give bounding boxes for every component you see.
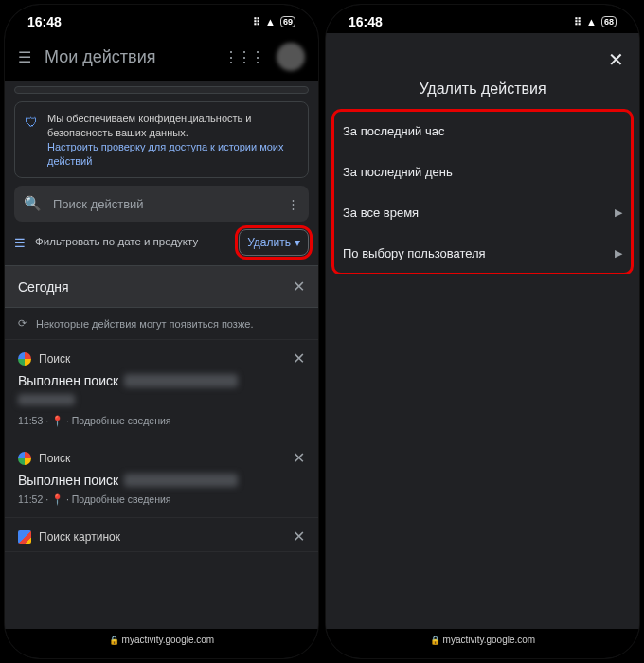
info-icon: ⟳ [18, 317, 27, 330]
activity-service: Поиск картинок [39, 530, 120, 544]
activity-time: 11:53 [18, 415, 43, 426]
page-title: Мои действия [45, 47, 210, 67]
info-text: Некоторые действия могут появиться позже… [36, 318, 253, 330]
google-icon [18, 352, 31, 366]
wifi-icon: ▲ [586, 16, 597, 27]
activity-service: Поиск [39, 452, 70, 465]
option-label: По выбору пользователя [343, 246, 486, 260]
sheet-header: ✕ [326, 33, 639, 75]
cellular-icon: ⠿ [253, 16, 260, 28]
chevron-down-icon: ▾ [295, 236, 300, 249]
privacy-card: 🛡 Мы обеспечиваем конфиденциальность и б… [14, 101, 309, 178]
url-bar: 🔒 myactivity.google.com [326, 629, 639, 658]
delete-activity-icon[interactable]: ✕ [293, 349, 305, 367]
lock-icon: 🔒 [430, 636, 440, 645]
status-bar: 16:48 ⠿ ▲ 68 [326, 5, 639, 33]
close-icon[interactable]: ✕ [608, 48, 624, 71]
activity-time: 11:52 [18, 493, 43, 505]
option-all-time[interactable]: За все время ▶ [333, 192, 632, 233]
delete-options: За последний час За последний день За вс… [333, 111, 632, 274]
wifi-icon: ▲ [265, 16, 276, 27]
option-label: За все время [343, 206, 419, 220]
collapsed-card [14, 86, 309, 94]
shield-icon: 🛡 [25, 114, 38, 168]
url-text: myactivity.google.com [122, 635, 215, 645]
delete-button[interactable]: Удалить ▾ [239, 229, 309, 256]
filter-label[interactable]: Фильтровать по дате и продукту [35, 236, 229, 249]
activity-details-link[interactable]: Подробные сведения [72, 493, 171, 505]
cellular-icon: ⠿ [574, 16, 581, 28]
status-time: 16:48 [27, 14, 62, 29]
search-placeholder: Поиск действий [53, 197, 276, 211]
option-label: За последний час [343, 124, 444, 138]
lock-icon: 🔒 [109, 636, 119, 645]
delete-activity-icon[interactable]: ✕ [293, 528, 305, 546]
battery-indicator: 68 [601, 16, 617, 27]
section-today: Сегодня ✕ [5, 265, 318, 308]
delete-activity-icon[interactable]: ✕ [293, 449, 305, 467]
content-area: 🛡 Мы обеспечиваем конфиденциальность и б… [5, 81, 318, 629]
search-icon: 🔍 [24, 195, 42, 212]
more-icon[interactable]: ⋮ [287, 197, 299, 211]
info-row: ⟳ Некоторые действия могут появиться поз… [5, 308, 318, 340]
dismiss-today-icon[interactable]: ✕ [293, 278, 305, 296]
apps-grid-icon[interactable]: ⋮⋮⋮ [224, 48, 263, 66]
empty-area [326, 274, 639, 629]
phone-left: 16:48 ⠿ ▲ 69 ☰ Мои действия ⋮⋮⋮ 🛡 Мы обе… [4, 4, 319, 659]
status-time: 16:48 [349, 14, 383, 29]
option-last-hour[interactable]: За последний час [333, 111, 632, 152]
privacy-link[interactable]: Настроить проверку для доступа к истории… [47, 141, 283, 167]
activity-details-link[interactable]: Подробные сведения [72, 415, 171, 426]
app-titlebar: ☰ Мои действия ⋮⋮⋮ [5, 33, 318, 81]
google-icon [18, 452, 31, 465]
option-label: За последний день [343, 165, 453, 179]
option-custom-range[interactable]: По выбору пользователя ▶ [333, 233, 632, 274]
chevron-right-icon: ▶ [615, 247, 622, 260]
status-icons: ⠿ ▲ 68 [574, 16, 617, 28]
search-bar[interactable]: 🔍 Поиск действий ⋮ [14, 186, 309, 222]
filter-row: ☰ Фильтровать по дате и продукту Удалить… [14, 229, 309, 256]
activity-item: Поиск ✕ Выполнен поиск 11:53 · 📍 · Подро… [5, 340, 318, 439]
url-bar: 🔒 myactivity.google.com [5, 629, 318, 658]
delete-label: Удалить [247, 236, 291, 249]
filter-icon[interactable]: ☰ [14, 236, 26, 250]
battery-indicator: 69 [280, 16, 295, 27]
activity-service: Поиск [39, 352, 70, 366]
chevron-right-icon: ▶ [615, 206, 622, 219]
avatar[interactable] [277, 43, 305, 71]
menu-icon[interactable]: ☰ [18, 48, 31, 66]
redacted-query [124, 374, 238, 387]
redacted-query [124, 474, 238, 487]
option-last-day[interactable]: За последний день [333, 152, 632, 192]
images-icon [18, 530, 31, 544]
activity-item: Поиск картинок ✕ [5, 518, 318, 552]
activity-action: Выполнен поиск [18, 373, 118, 388]
activity-action: Выполнен поиск [18, 473, 118, 488]
activity-item: Поиск ✕ Выполнен поиск 11:52 · 📍 · Подро… [5, 439, 318, 518]
status-bar: 16:48 ⠿ ▲ 69 [5, 5, 318, 33]
status-icons: ⠿ ▲ 69 [253, 16, 295, 28]
section-today-label: Сегодня [18, 279, 69, 295]
redacted-detail [18, 394, 75, 405]
phone-right: 16:48 ⠿ ▲ 68 ✕ Удалить действия За после… [325, 4, 640, 659]
sheet-title: Удалить действия [326, 75, 639, 111]
privacy-text: Мы обеспечиваем конфиденциальность и без… [47, 113, 252, 138]
url-text: myactivity.google.com [443, 635, 536, 645]
